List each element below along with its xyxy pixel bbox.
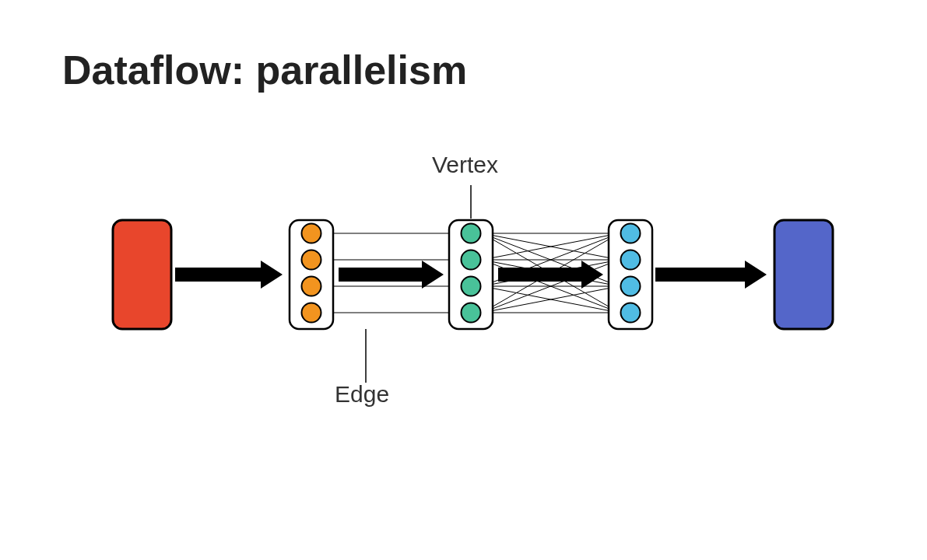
flow-arrow [339,261,444,289]
vertex-node [621,303,641,323]
vertex-node [621,277,641,296]
vertex-node [621,250,641,270]
flow-arrow [175,261,283,289]
sink-block [774,220,833,329]
vertex-node [302,224,321,243]
vertex-node [462,303,481,323]
vertex-node [462,250,481,270]
flow-arrow [655,261,767,289]
vertex-node [302,250,321,270]
vertex-node [302,277,321,296]
flow-arrow [498,261,603,289]
source-block [113,220,171,329]
dataflow-diagram [0,0,927,560]
slide: Dataflow: parallelism Vertex Edge [0,0,927,560]
vertex-node [462,277,481,296]
vertex-node [621,224,641,243]
vertex-node [302,303,321,323]
vertex-node [462,224,481,243]
